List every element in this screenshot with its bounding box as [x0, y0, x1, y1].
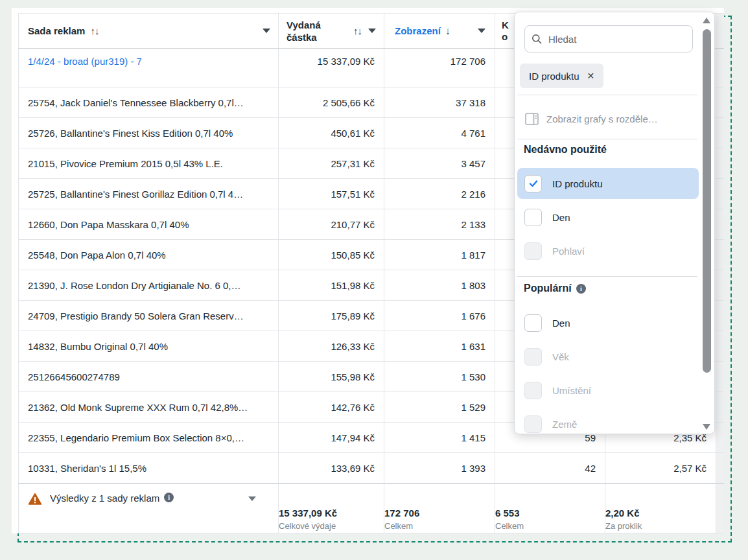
- sort-icon[interactable]: ↑↓: [90, 25, 99, 36]
- spend-cell: 147,94 Kč: [279, 423, 384, 453]
- spend-cell: 133,69 Kč: [279, 453, 384, 484]
- divider: [517, 95, 697, 95]
- column-header-adset[interactable]: Sada reklam ↑↓: [18, 13, 279, 49]
- info-icon[interactable]: i: [576, 284, 586, 294]
- impressions-cell: 37 318: [384, 88, 495, 118]
- breakdown-option-pohlavi: Pohlaví: [517, 235, 699, 266]
- cpc-cell: 2,57 Kč: [605, 453, 716, 484]
- total-impressions: 172 706: [384, 507, 419, 520]
- checkbox-disabled-icon: [524, 415, 542, 433]
- section-title-recent: Nedávno použité: [524, 144, 607, 156]
- total-clicks: 6 553: [495, 507, 520, 520]
- table-edge-gutter: [716, 13, 724, 49]
- total-spend: 15 337,09 Kč: [279, 507, 337, 520]
- search-icon: [532, 34, 542, 44]
- impressions-cell: 1 817: [384, 240, 495, 270]
- impressions-cell: 2 216: [384, 179, 495, 209]
- product-name: 25726, Ballantine's Finest Kiss Edition …: [28, 128, 233, 139]
- column-label: Vydaná: [286, 19, 321, 30]
- impressions-cell: 1 415: [384, 423, 495, 453]
- total-impressions-sublabel: Celkem: [384, 520, 413, 533]
- total-cpc-sublabel: Za proklik: [605, 520, 642, 533]
- section-title-popular: Populární i: [524, 283, 586, 294]
- scrollbar-down-arrow-icon[interactable]: [703, 424, 710, 430]
- breakdown-dropdown: ID produktu ✕ Zobrazit grafy s rozděle… …: [514, 12, 715, 434]
- breakdown-option-vek: Věk: [517, 341, 699, 372]
- impressions-cell: 1 803: [384, 270, 495, 301]
- impressions-cell: 1 631: [384, 331, 495, 362]
- breakdown-option-id-produktu[interactable]: ID produktu: [517, 168, 699, 199]
- spend-cell: 151,98 Kč: [279, 270, 384, 301]
- impressions-cell: 1 529: [384, 392, 495, 423]
- tag-label: ID produktu: [529, 71, 579, 82]
- column-label: částka: [286, 32, 317, 43]
- show-breakdown-charts-option[interactable]: Zobrazit grafy s rozděle…: [525, 104, 658, 133]
- checkbox-disabled-icon: [524, 242, 542, 260]
- spend-cell: 175,89 Kč: [279, 301, 384, 331]
- checkbox-checked-icon[interactable]: [524, 175, 542, 192]
- column-label: Sada reklam: [28, 25, 85, 36]
- impressions-cell: 1 393: [384, 453, 495, 484]
- impressions-cell: 4 761: [384, 118, 495, 148]
- product-name: 22355, Legendario Premium Box Selection …: [28, 432, 244, 443]
- checkbox-icon[interactable]: [524, 209, 542, 226]
- product-name: 14832, Bumbu Original 0,7l 40%: [28, 341, 168, 352]
- impressions-cell: 1 676: [384, 301, 495, 331]
- remove-tag-icon[interactable]: ✕: [587, 71, 595, 81]
- chevron-down-icon[interactable]: [478, 29, 485, 33]
- spend-cell: 150,85 Kč: [279, 240, 384, 270]
- breakdown-option-zeme: Země: [517, 408, 699, 434]
- spend-cell: 155,98 Kč: [279, 362, 384, 392]
- impressions-cell: 3 457: [384, 148, 495, 179]
- chart-panel-icon: [525, 113, 539, 125]
- scrollbar-up-arrow-icon[interactable]: [703, 18, 710, 23]
- divider: [517, 276, 697, 277]
- product-name: 24709, Prestigio Brandy 50 Solera Gran R…: [28, 310, 244, 321]
- adset-link[interactable]: 1/4/24 - broad (pur319) - 7: [28, 56, 142, 67]
- impressions-cell: 172 706: [384, 49, 495, 88]
- product-name: 10331, Sheridan's 1l 15,5%: [28, 463, 146, 474]
- product-name: 25754, Jack Daniel's Tennessee Blackberr…: [28, 97, 244, 108]
- search-input[interactable]: [547, 33, 686, 45]
- search-box[interactable]: [524, 25, 693, 52]
- spend-cell: 257,31 Kč: [279, 148, 384, 179]
- breakdown-option-den-popular[interactable]: Den: [517, 307, 699, 338]
- chevron-down-icon[interactable]: [263, 29, 270, 33]
- warning-icon: [28, 493, 42, 506]
- chevron-down-icon[interactable]: [248, 496, 256, 501]
- total-spend-sublabel: Celkové výdaje: [279, 520, 336, 533]
- checkbox-disabled-icon: [524, 382, 542, 399]
- chevron-down-icon[interactable]: [368, 29, 376, 33]
- checkbox-icon[interactable]: [524, 314, 542, 332]
- product-name: 12660, Don Papa Masskara 0,7l 40%: [28, 219, 189, 230]
- total-cpc: 2,20 Kč: [605, 507, 640, 520]
- show-breakdown-charts-label: Zobrazit grafy s rozděle…: [546, 113, 658, 124]
- table-footer-row: Výsledky z 1 sady reklam i 15 337,09 Kč …: [18, 484, 724, 533]
- product-name: 21015, Pivovice Premium 2015 0,5l 43% L.…: [28, 158, 223, 169]
- selected-breakdown-tag[interactable]: ID produktu ✕: [520, 64, 603, 88]
- spend-cell: 142,76 Kč: [279, 392, 384, 423]
- sort-icon[interactable]: ↑↓: [353, 25, 362, 36]
- spend-cell: 126,33 Kč: [279, 331, 384, 362]
- product-name: 21362, Old Monk Supreme XXX Rum 0,7l 42,…: [28, 402, 248, 413]
- results-summary-cell: Výsledky z 1 sady reklam i: [18, 484, 279, 533]
- results-summary-label: Výsledky z 1 sady reklam: [50, 493, 159, 504]
- spend-cell: 157,51 Kč: [279, 179, 384, 209]
- breakdown-option-umisteni: Umístění: [517, 375, 699, 406]
- spend-cell: 450,61 Kč: [279, 118, 384, 148]
- breakdown-option-den[interactable]: Den: [517, 202, 699, 233]
- column-header-impressions[interactable]: Zobrazení ↓: [384, 13, 495, 49]
- checkbox-disabled-icon: [524, 348, 542, 366]
- divider: [517, 139, 697, 139]
- info-icon[interactable]: i: [164, 493, 174, 502]
- product-name: 25548, Don Papa Alon 0,7l 40%: [28, 250, 166, 261]
- spend-cell: 210,77 Kč: [279, 209, 384, 240]
- table-row: 10331, Sheridan's 1l 15,5% 133,69 Kč 1 3…: [18, 453, 724, 484]
- column-label: Zobrazení: [395, 25, 441, 36]
- scrollbar-thumb[interactable]: [703, 29, 711, 373]
- column-header-spend[interactable]: Vydaná částka ↑↓: [279, 13, 384, 49]
- impressions-cell: 2 133: [384, 209, 495, 240]
- spend-cell: 15 337,09 Kč: [279, 49, 384, 88]
- impressions-cell: 1 530: [384, 362, 495, 392]
- sort-descending-icon[interactable]: ↓: [445, 25, 450, 37]
